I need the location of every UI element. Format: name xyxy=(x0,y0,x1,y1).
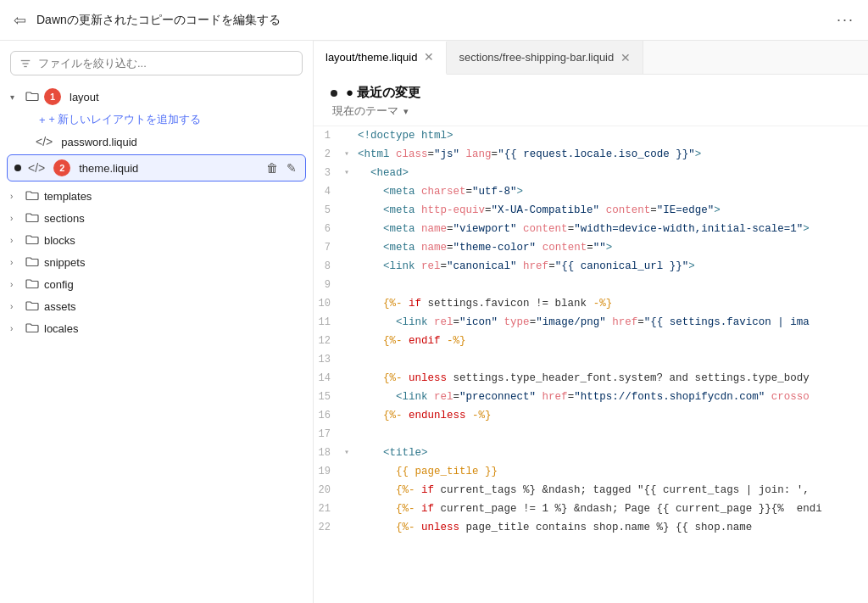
editor-area: layout/theme.liquid ✕ sections/free-ship… xyxy=(314,41,868,603)
code-line-10: 10 {%- if settings.favicon != blank -%} xyxy=(314,294,868,313)
code-line-22: 22 {%- unless page_title contains shop.n… xyxy=(314,518,868,537)
folder-icon-assets xyxy=(25,299,39,313)
code-icon: </> xyxy=(36,135,53,148)
code-line-7: 7 <meta name="theme-color" content=""> xyxy=(314,238,868,257)
badge-2: 2 xyxy=(53,159,70,176)
folder-icon xyxy=(25,90,39,103)
code-line-14: 14 {%- unless settings.type_header_font.… xyxy=(314,369,868,388)
sidebar-label-password: password.liquid xyxy=(61,136,303,148)
code-line-17: 17 xyxy=(314,425,868,444)
code-line-1: 1 <!doctype html> xyxy=(314,126,868,145)
sidebar-label-snippets: snippets xyxy=(44,256,303,269)
edit-icon[interactable]: ✎ xyxy=(285,159,298,176)
code-line-15: 15 <link rel="preconnect" href="https://… xyxy=(314,388,868,406)
sidebar-label-sections: sections xyxy=(44,212,303,225)
code-line-18: 18 ▾ <title> xyxy=(314,444,868,462)
chevron-down-subtitle[interactable]: ▾ xyxy=(403,106,409,117)
sidebar-item-theme[interactable]: </> 2 theme.liquid 🗑 ✎ xyxy=(7,154,306,181)
sidebar-item-layout[interactable]: ▾ 1 layout xyxy=(0,84,313,109)
layout-group: ▾ 1 layout + + 新しいレイアウトを追加する </> passwor… xyxy=(0,82,313,185)
delete-icon[interactable]: 🗑 xyxy=(264,159,280,176)
sidebar-label-config: config xyxy=(44,278,303,291)
code-line-11: 11 <link rel="icon" type="image/png" hre… xyxy=(314,313,868,332)
chevron-right-icon: › xyxy=(10,192,20,201)
tab-close-theme[interactable]: ✕ xyxy=(424,51,434,63)
tabs-bar: layout/theme.liquid ✕ sections/free-ship… xyxy=(314,41,868,75)
sidebar: ▾ 1 layout + + 新しいレイアウトを追加する </> passwor… xyxy=(0,41,314,603)
chevron-right-icon-sections: › xyxy=(10,214,20,223)
sidebar-label-locales: locales xyxy=(44,322,303,335)
more-options-icon[interactable]: ··· xyxy=(837,11,854,29)
sidebar-item-assets[interactable]: › assets xyxy=(0,295,313,317)
code-line-13: 13 xyxy=(314,350,868,369)
file-header-sub: 現在のテーマ ▾ xyxy=(331,104,851,119)
search-input[interactable] xyxy=(38,57,293,70)
filter-icon xyxy=(19,58,31,70)
add-layout-link[interactable]: + + 新しいレイアウトを追加する xyxy=(0,109,313,131)
subtitle-text: 現在のテーマ xyxy=(332,104,398,119)
code-line-16: 16 {%- endunless -%} xyxy=(314,406,868,425)
chevron-right-icon-locales: › xyxy=(10,324,20,333)
sidebar-label-templates: templates xyxy=(44,190,303,203)
code-line-2: 2 ▾ <html class="js" lang="{{ request.lo… xyxy=(314,145,868,164)
code-line-3: 3 ▾ <head> xyxy=(314,164,868,182)
add-layout-label: + 新しいレイアウトを追加する xyxy=(49,113,202,127)
back-icon[interactable]: ⇦ xyxy=(14,11,26,30)
code-line-6: 6 <meta name="viewport" content="width=d… xyxy=(314,220,868,238)
folder-icon-snippets xyxy=(25,255,39,269)
code-line-20: 20 {%- if current_tags %} &ndash; tagged… xyxy=(314,481,868,500)
sidebar-item-snippets[interactable]: › snippets xyxy=(0,251,313,273)
search-box[interactable] xyxy=(10,51,303,75)
sidebar-item-config[interactable]: › config xyxy=(0,273,313,295)
code-line-21: 21 {%- if current_page != 1 %} &ndash; P… xyxy=(314,500,868,518)
code-icon-theme: </> xyxy=(28,161,45,175)
badge-1: 1 xyxy=(44,88,61,105)
folder-icon-locales xyxy=(25,321,39,335)
file-header-title: ● 最近の変更 xyxy=(331,85,851,101)
sidebar-label-theme: theme.liquid xyxy=(79,162,259,175)
active-dot-indicator xyxy=(14,165,21,171)
folder-icon-sections xyxy=(25,211,39,225)
folder-icon-config xyxy=(25,277,39,291)
sidebar-item-blocks[interactable]: › blocks xyxy=(0,229,313,251)
action-icons: 🗑 ✎ xyxy=(264,159,298,176)
code-line-12: 12 {%- endif -%} xyxy=(314,332,868,350)
main-layout: ▾ 1 layout + + 新しいレイアウトを追加する </> passwor… xyxy=(0,41,868,603)
tab-free-shipping[interactable]: sections/free-shipping-bar.liquid ✕ xyxy=(447,41,643,74)
sidebar-item-templates[interactable]: › templates xyxy=(0,185,313,207)
code-line-5: 5 <meta http-equiv="X-UA-Compatible" con… xyxy=(314,201,868,220)
plus-icon: + xyxy=(39,114,46,126)
sidebar-label-assets: assets xyxy=(44,300,303,313)
chevron-right-icon-blocks: › xyxy=(10,236,20,245)
code-line-9: 9 xyxy=(314,276,868,294)
folder-icon-templates xyxy=(25,189,39,203)
folder-icon-blocks xyxy=(25,233,39,247)
chevron-down-icon: ▾ xyxy=(10,92,20,102)
dot-indicator xyxy=(331,90,337,97)
code-line-4: 4 <meta charset="utf-8"> xyxy=(314,182,868,201)
file-title-text: ● 最近の変更 xyxy=(346,85,420,101)
sidebar-label-blocks: blocks xyxy=(44,234,303,247)
sidebar-item-password[interactable]: </> password.liquid xyxy=(0,131,313,153)
sidebar-item-locales[interactable]: › locales xyxy=(0,317,313,339)
sidebar-label-layout: layout xyxy=(70,91,303,103)
sidebar-item-sections[interactable]: › sections xyxy=(0,207,313,229)
page-title: Dawnの更新されたコピーのコードを編集する xyxy=(36,13,826,28)
chevron-right-icon-config: › xyxy=(10,280,20,289)
tab-label-free-shipping: sections/free-shipping-bar.liquid xyxy=(459,51,614,64)
code-line-19: 19 {{ page_title }} xyxy=(314,462,868,481)
tab-close-free-shipping[interactable]: ✕ xyxy=(620,52,631,64)
chevron-right-icon-snippets: › xyxy=(10,258,20,267)
tab-label-theme: layout/theme.liquid xyxy=(326,51,417,64)
chevron-right-icon-assets: › xyxy=(10,302,20,311)
code-editor[interactable]: 1 <!doctype html> 2 ▾ <html class="js" l… xyxy=(314,126,868,603)
top-bar: ⇦ Dawnの更新されたコピーのコードを編集する ··· xyxy=(0,0,868,41)
file-header: ● 最近の変更 現在のテーマ ▾ xyxy=(314,75,868,126)
tab-theme-liquid[interactable]: layout/theme.liquid ✕ xyxy=(314,42,447,75)
code-line-8: 8 <link rel="canonical" href="{{ canonic… xyxy=(314,257,868,276)
